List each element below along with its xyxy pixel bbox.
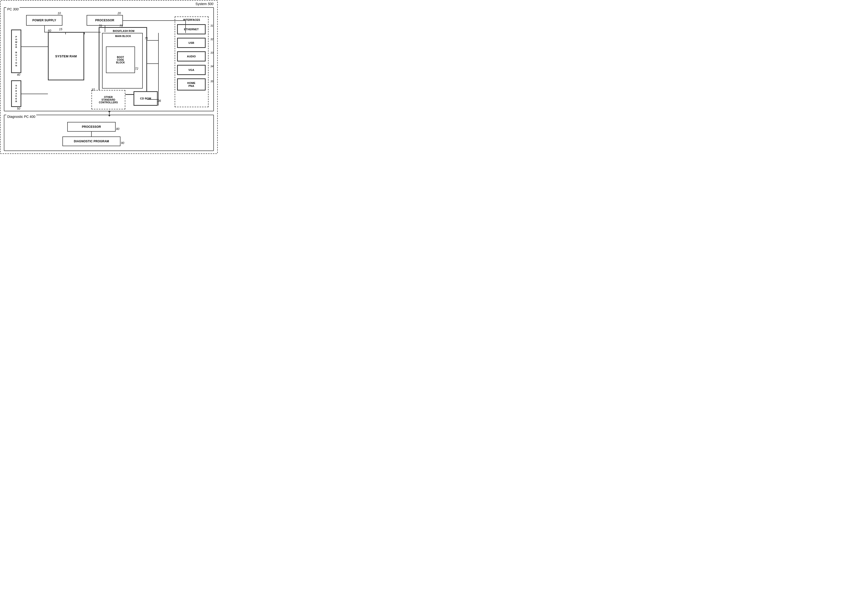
hline-speaker <box>21 94 48 94</box>
pc-box: PC 300 POWER SUPPLY 10 PROCESSOR 20 P O … <box>4 7 214 111</box>
interfaces-label: INTERFACES <box>175 19 208 21</box>
speaker-box: S P E A K E R <box>11 80 21 107</box>
processor-diag-box: PROCESSOR <box>67 122 116 132</box>
processor-top-box: PROCESSOR <box>87 15 123 26</box>
num-33: 33 <box>211 51 213 54</box>
num-15: 15 <box>59 28 62 31</box>
hline-71 <box>147 40 158 41</box>
hline-proc-iface <box>123 20 186 21</box>
vline-to-iface-top <box>185 20 186 33</box>
num-70: 70 <box>99 24 102 28</box>
power-supply-box: POWER SUPPLY <box>26 15 62 26</box>
num-40: 40 <box>17 73 20 76</box>
diag-program-box: DIAGNOSTIC PROGRAM <box>62 136 121 146</box>
vline-to-bios <box>84 32 85 34</box>
vline-power-supply <box>44 26 45 32</box>
vline-interfaces-connect <box>158 33 159 105</box>
num-32: 32 <box>211 38 213 41</box>
diagram-root: System 500 PC 300 POWER SUPPLY 10 PROCES… <box>0 0 218 154</box>
usb-box: USB <box>177 38 206 48</box>
vline-processor <box>105 26 105 32</box>
hline-bus-bios <box>84 32 101 33</box>
diag-box: Diagnostic PC 400 PROCESSOR 80 DIAGNOSTI… <box>4 115 214 151</box>
hline-home-pna-level <box>147 99 158 100</box>
num-73: 73 <box>119 24 122 28</box>
interfaces-box: INTERFACES ETHERNET 31 USB 32 AUDIO 33 V… <box>175 17 209 107</box>
other-ctrl-box: OTHERSTANDARDCONTROLLERS <box>91 90 125 109</box>
num-71: 71 <box>145 37 148 40</box>
system-label: System 500 <box>195 2 213 6</box>
system-ram-box: SYSTEM RAM <box>48 32 84 80</box>
vline-bus-ram <box>65 32 66 34</box>
num-72: 72 <box>135 67 138 70</box>
ethernet-box: ETHERNET <box>177 24 206 34</box>
hline-power-btn <box>21 47 48 47</box>
num-35: 35 <box>211 80 213 83</box>
power-button-box: P O W E R B U T T O N <box>11 29 21 73</box>
boot-code-box: BOOTCODEBLOCK <box>106 47 135 73</box>
audio-box: AUDIO <box>177 51 206 62</box>
hline-72 <box>147 64 158 64</box>
num-80: 80 <box>116 127 119 131</box>
num-50: 50 <box>17 107 20 110</box>
num-20: 20 <box>118 12 121 15</box>
num-34: 34 <box>211 65 213 68</box>
diag-label: Diagnostic PC 400 <box>6 115 36 119</box>
home-pna-box: HOMEPNA <box>177 78 206 90</box>
num-31: 31 <box>211 24 213 27</box>
vline-diag-connect <box>91 132 92 136</box>
num-37: 37 <box>91 88 95 91</box>
pc-label: PC 300 <box>6 7 20 11</box>
vga-box: VGA <box>177 65 206 75</box>
num-90: 90 <box>121 141 124 145</box>
num-10: 10 <box>57 12 61 15</box>
cd-rom-box: CD ROM <box>133 91 158 106</box>
